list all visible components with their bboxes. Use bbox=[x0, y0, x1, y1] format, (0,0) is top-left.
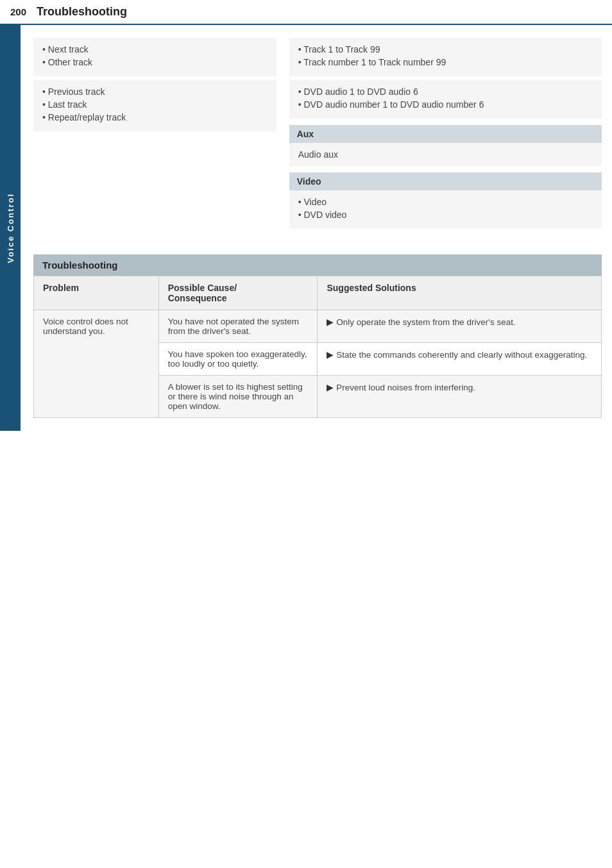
list-item: Next track bbox=[42, 44, 268, 54]
troubleshooting-table: Problem Possible Cause/Consequence Sugge… bbox=[33, 276, 602, 418]
left-group-1: Next track Other track bbox=[33, 38, 276, 76]
list-item: Video bbox=[298, 197, 593, 207]
page-title: Troubleshooting bbox=[37, 5, 127, 19]
table-row: Voice control does not understand you. Y… bbox=[34, 310, 602, 343]
col-header-cause: Possible Cause/Consequence bbox=[158, 276, 318, 310]
aux-header: Aux bbox=[289, 125, 602, 143]
right-column: Track 1 to Track 99 Track number 1 to Tr… bbox=[289, 38, 602, 235]
cause-cell: You have not operated the system from th… bbox=[158, 310, 318, 343]
left-column: Next track Other track Previous track La… bbox=[33, 38, 289, 235]
solution-text: Only operate the system from the driver'… bbox=[327, 317, 515, 327]
list-item: DVD audio number 1 to DVD audio number 6 bbox=[298, 99, 593, 110]
left-group-2: Previous track Last track Repeat/replay … bbox=[33, 80, 276, 131]
list-item: Repeat/replay track bbox=[42, 112, 268, 122]
col-header-problem: Problem bbox=[34, 276, 159, 310]
solution-cell: State the commands coherently and clearl… bbox=[318, 343, 602, 376]
solution-text: State the commands coherently and clearl… bbox=[327, 350, 587, 360]
list-item: Other track bbox=[42, 57, 268, 67]
solution-cell: Only operate the system from the driver'… bbox=[318, 310, 602, 343]
cause-cell: You have spoken too exaggeratedly, too l… bbox=[158, 343, 318, 376]
solution-cell: Prevent loud noises from interfering. bbox=[318, 376, 602, 418]
col-header-solution: Suggested Solutions bbox=[318, 276, 602, 310]
list-item: Track 1 to Track 99 bbox=[298, 44, 593, 54]
list-item: DVD video bbox=[298, 210, 593, 220]
video-header: Video bbox=[289, 172, 602, 190]
right-group-1: Track 1 to Track 99 Track number 1 to Tr… bbox=[289, 38, 602, 76]
main-layout: Voice Control Next track Other track Pre… bbox=[0, 25, 612, 431]
cause-cell: A blower is set to its highest setting o… bbox=[158, 376, 318, 418]
page-header: 200 Troubleshooting bbox=[0, 0, 612, 25]
video-content: Video DVD video bbox=[289, 190, 602, 229]
list-item: Last track bbox=[42, 99, 268, 110]
right-group-2: DVD audio 1 to DVD audio 6 DVD audio num… bbox=[289, 80, 602, 119]
aux-content: Audio aux bbox=[289, 143, 602, 166]
aux-text: Audio aux bbox=[298, 149, 593, 160]
solution-text: Prevent loud noises from interfering. bbox=[327, 383, 475, 392]
sidebar: Voice Control bbox=[0, 25, 21, 431]
top-columns: Next track Other track Previous track La… bbox=[33, 38, 602, 235]
list-item: Track number 1 to Track number 99 bbox=[298, 57, 593, 67]
sidebar-label: Voice Control bbox=[6, 193, 15, 263]
list-item: Previous track bbox=[42, 87, 268, 97]
problem-cell: Voice control does not understand you. bbox=[34, 310, 159, 418]
list-item: DVD audio 1 to DVD audio 6 bbox=[298, 87, 593, 97]
page-number: 200 bbox=[10, 6, 26, 17]
content-area: Next track Other track Previous track La… bbox=[21, 25, 612, 431]
troubleshooting-section: Troubleshooting Problem Possible Cause/C… bbox=[33, 255, 602, 418]
troubleshooting-title: Troubleshooting bbox=[33, 255, 602, 276]
